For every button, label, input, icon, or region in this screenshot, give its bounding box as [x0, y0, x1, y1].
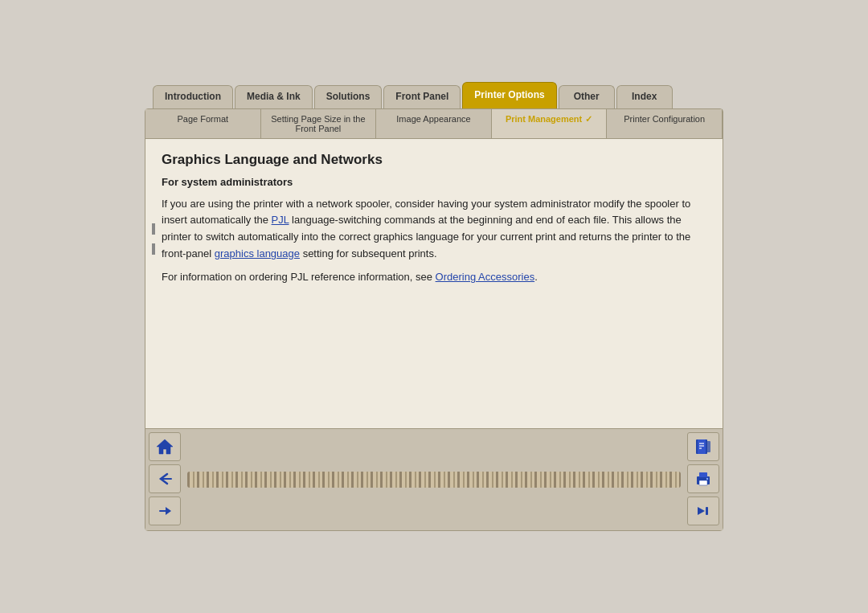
tab-introduction[interactable]: Introduction	[153, 85, 233, 108]
content-body: Graphics Language and Networks For syste…	[145, 139, 723, 428]
pjl-link[interactable]: PJL	[272, 214, 289, 226]
svg-rect-8	[706, 441, 710, 452]
graphics-language-link[interactable]: graphics language	[215, 247, 300, 260]
app-container: IntroductionMedia & InkSolutionsFront Pa…	[145, 82, 723, 531]
svg-rect-10	[699, 472, 707, 477]
spiral-bar	[187, 472, 681, 488]
bookmarks-button[interactable]	[687, 432, 719, 461]
margin-mark-2	[152, 243, 155, 255]
home-button[interactable]	[149, 432, 181, 461]
content-heading: Graphics Language and Networks	[162, 152, 706, 168]
svg-rect-4	[698, 439, 706, 454]
bold-paragraph: For system administrators	[162, 174, 706, 191]
tab-solutions[interactable]: Solutions	[314, 85, 383, 108]
main-area: Page FormatSetting Page Size in the Fron…	[145, 108, 723, 531]
paragraph-1: If you are using the printer with a netw…	[162, 196, 706, 263]
svg-rect-11	[699, 480, 707, 485]
para2-suffix: .	[534, 271, 538, 283]
svg-rect-14	[706, 507, 708, 515]
subtab-print-management[interactable]: Print Management✓	[492, 109, 608, 138]
svg-marker-2	[166, 507, 171, 515]
svg-marker-0	[157, 439, 173, 454]
subtab-printer-configuration[interactable]: Printer Configuration	[607, 109, 723, 138]
margin-mark-1	[152, 223, 155, 235]
subtab-image-appearance[interactable]: Image Appearance	[376, 109, 492, 138]
tab-index[interactable]: Index	[616, 85, 673, 108]
tab-printer-options[interactable]: Printer Options	[462, 82, 556, 108]
back-button[interactable]	[149, 464, 181, 493]
svg-marker-13	[698, 507, 705, 515]
tab-front-panel[interactable]: Front Panel	[383, 85, 461, 108]
subtab-setting-page-size[interactable]: Setting Page Size in the Front Panel	[261, 109, 377, 138]
bottom-wrapper	[145, 428, 723, 530]
subtab-page-format[interactable]: Page Format	[145, 109, 261, 138]
sub-tab-bar: Page FormatSetting Page Size in the Fron…	[145, 109, 723, 139]
ordering-accessories-link[interactable]: Ordering Accessories	[436, 271, 535, 283]
para2-prefix: For information on ordering PJL referenc…	[162, 271, 436, 283]
svg-point-12	[706, 478, 708, 480]
tab-other[interactable]: Other	[559, 85, 615, 108]
tab-media-ink[interactable]: Media & Ink	[235, 85, 313, 108]
print-button[interactable]	[687, 464, 719, 493]
tab-bar: IntroductionMedia & InkSolutionsFront Pa…	[153, 82, 723, 108]
next-button[interactable]	[687, 497, 719, 525]
paragraph-2: For information on ordering PJL referenc…	[162, 269, 706, 286]
forward-button[interactable]	[149, 497, 181, 525]
